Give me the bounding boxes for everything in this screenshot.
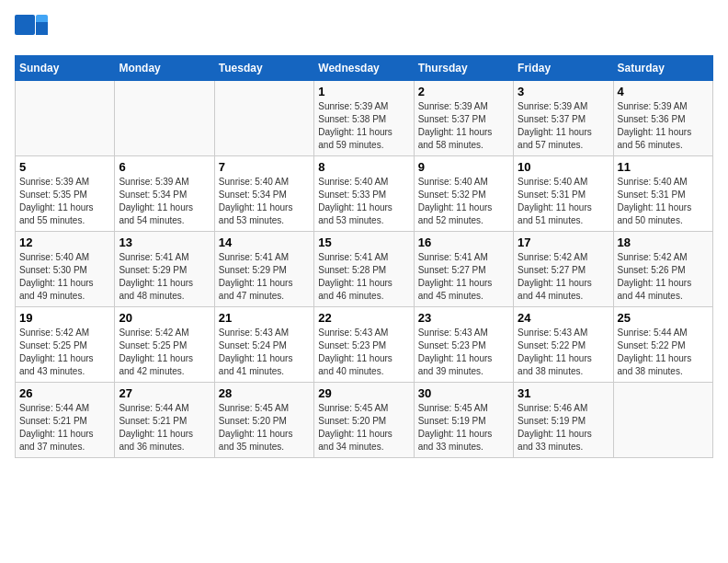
weekday-header-thursday: Thursday [414, 56, 513, 81]
cell-info: Sunrise: 5:39 AM Sunset: 5:35 PM Dayligh… [19, 176, 110, 227]
day-number: 1 [318, 85, 409, 98]
cell-info: Sunrise: 5:43 AM Sunset: 5:24 PM Dayligh… [219, 327, 310, 378]
cell-info: Sunrise: 5:41 AM Sunset: 5:27 PM Dayligh… [418, 251, 509, 303]
calendar-cell: 1Sunrise: 5:39 AM Sunset: 5:38 PM Daylig… [314, 81, 414, 156]
cell-info: Sunrise: 5:43 AM Sunset: 5:22 PM Dayligh… [518, 327, 609, 378]
week-row-2: 5Sunrise: 5:39 AM Sunset: 5:35 PM Daylig… [16, 156, 713, 232]
calendar-cell: 22Sunrise: 5:43 AM Sunset: 5:23 PM Dayli… [314, 307, 414, 383]
cell-info: Sunrise: 5:42 AM Sunset: 5:25 PM Dayligh… [19, 327, 110, 378]
day-number: 6 [119, 160, 210, 174]
day-number: 25 [618, 311, 709, 325]
calendar-cell: 18Sunrise: 5:42 AM Sunset: 5:26 PM Dayli… [613, 232, 712, 307]
day-number: 17 [518, 236, 609, 249]
cell-info: Sunrise: 5:40 AM Sunset: 5:30 PM Dayligh… [19, 251, 110, 303]
calendar-cell [115, 81, 214, 156]
calendar-cell: 12Sunrise: 5:40 AM Sunset: 5:30 PM Dayli… [16, 232, 115, 307]
logo [15, 15, 51, 48]
day-number: 27 [119, 386, 210, 400]
cell-info: Sunrise: 5:39 AM Sunset: 5:38 PM Dayligh… [318, 100, 409, 152]
cell-info: Sunrise: 5:43 AM Sunset: 5:23 PM Dayligh… [318, 327, 409, 378]
calendar-cell: 27Sunrise: 5:44 AM Sunset: 5:21 PM Dayli… [115, 383, 214, 458]
cell-info: Sunrise: 5:41 AM Sunset: 5:29 PM Dayligh… [119, 251, 210, 303]
calendar-cell: 10Sunrise: 5:40 AM Sunset: 5:31 PM Dayli… [514, 156, 613, 232]
page-header [15, 15, 713, 48]
day-number: 9 [418, 160, 509, 174]
cell-info: Sunrise: 5:42 AM Sunset: 5:25 PM Dayligh… [119, 327, 210, 378]
week-row-5: 26Sunrise: 5:44 AM Sunset: 5:21 PM Dayli… [16, 383, 713, 458]
day-number: 11 [618, 160, 709, 174]
svg-marker-2 [36, 22, 48, 35]
day-number: 2 [418, 85, 509, 98]
cell-info: Sunrise: 5:44 AM Sunset: 5:22 PM Dayligh… [618, 327, 709, 378]
day-number: 18 [618, 236, 709, 249]
cell-info: Sunrise: 5:45 AM Sunset: 5:20 PM Dayligh… [219, 402, 310, 454]
cell-info: Sunrise: 5:43 AM Sunset: 5:23 PM Dayligh… [418, 327, 509, 378]
calendar-cell: 31Sunrise: 5:46 AM Sunset: 5:19 PM Dayli… [514, 383, 613, 458]
weekday-header-saturday: Saturday [613, 56, 712, 81]
calendar-cell: 7Sunrise: 5:40 AM Sunset: 5:34 PM Daylig… [214, 156, 313, 232]
day-number: 22 [318, 311, 409, 325]
calendar-cell: 6Sunrise: 5:39 AM Sunset: 5:34 PM Daylig… [115, 156, 214, 232]
day-number: 24 [518, 311, 609, 325]
week-row-4: 19Sunrise: 5:42 AM Sunset: 5:25 PM Dayli… [16, 307, 713, 383]
cell-info: Sunrise: 5:45 AM Sunset: 5:20 PM Dayligh… [318, 402, 409, 454]
cell-info: Sunrise: 5:40 AM Sunset: 5:31 PM Dayligh… [518, 176, 609, 227]
day-number: 19 [19, 311, 110, 325]
cell-info: Sunrise: 5:44 AM Sunset: 5:21 PM Dayligh… [19, 402, 110, 454]
calendar-cell: 8Sunrise: 5:40 AM Sunset: 5:33 PM Daylig… [314, 156, 414, 232]
cell-info: Sunrise: 5:40 AM Sunset: 5:33 PM Dayligh… [318, 176, 409, 227]
calendar-cell: 24Sunrise: 5:43 AM Sunset: 5:22 PM Dayli… [514, 307, 613, 383]
calendar-cell: 4Sunrise: 5:39 AM Sunset: 5:36 PM Daylig… [613, 81, 712, 156]
calendar-cell: 25Sunrise: 5:44 AM Sunset: 5:22 PM Dayli… [613, 307, 712, 383]
logo-icon [15, 15, 48, 48]
calendar-cell: 23Sunrise: 5:43 AM Sunset: 5:23 PM Dayli… [414, 307, 513, 383]
calendar-cell: 13Sunrise: 5:41 AM Sunset: 5:29 PM Dayli… [115, 232, 214, 307]
calendar-cell: 20Sunrise: 5:42 AM Sunset: 5:25 PM Dayli… [115, 307, 214, 383]
weekday-header-tuesday: Tuesday [214, 56, 313, 81]
day-number: 29 [318, 386, 409, 400]
calendar-cell: 29Sunrise: 5:45 AM Sunset: 5:20 PM Dayli… [314, 383, 414, 458]
calendar-cell: 2Sunrise: 5:39 AM Sunset: 5:37 PM Daylig… [414, 81, 513, 156]
day-number: 21 [219, 311, 310, 325]
calendar-cell [214, 81, 313, 156]
calendar-cell: 3Sunrise: 5:39 AM Sunset: 5:37 PM Daylig… [514, 81, 613, 156]
week-row-3: 12Sunrise: 5:40 AM Sunset: 5:30 PM Dayli… [16, 232, 713, 307]
calendar-cell: 26Sunrise: 5:44 AM Sunset: 5:21 PM Dayli… [16, 383, 115, 458]
calendar-cell: 15Sunrise: 5:41 AM Sunset: 5:28 PM Dayli… [314, 232, 414, 307]
day-number: 12 [19, 236, 110, 249]
day-number: 28 [219, 386, 310, 400]
weekday-header-monday: Monday [115, 56, 214, 81]
calendar-cell: 5Sunrise: 5:39 AM Sunset: 5:35 PM Daylig… [16, 156, 115, 232]
day-number: 26 [19, 386, 110, 400]
day-number: 7 [219, 160, 310, 174]
day-number: 4 [618, 85, 709, 98]
cell-info: Sunrise: 5:39 AM Sunset: 5:37 PM Dayligh… [518, 100, 609, 152]
cell-info: Sunrise: 5:40 AM Sunset: 5:32 PM Dayligh… [418, 176, 509, 227]
cell-info: Sunrise: 5:41 AM Sunset: 5:29 PM Dayligh… [219, 251, 310, 303]
day-number: 20 [119, 311, 210, 325]
day-number: 31 [518, 386, 609, 400]
calendar-cell: 28Sunrise: 5:45 AM Sunset: 5:20 PM Dayli… [214, 383, 313, 458]
cell-info: Sunrise: 5:39 AM Sunset: 5:37 PM Dayligh… [418, 100, 509, 152]
day-number: 14 [219, 236, 310, 249]
week-row-1: 1Sunrise: 5:39 AM Sunset: 5:38 PM Daylig… [16, 81, 713, 156]
calendar-table: SundayMondayTuesdayWednesdayThursdayFrid… [15, 55, 713, 458]
cell-info: Sunrise: 5:40 AM Sunset: 5:34 PM Dayligh… [219, 176, 310, 227]
weekday-header-friday: Friday [514, 56, 613, 81]
day-number: 3 [518, 85, 609, 98]
cell-info: Sunrise: 5:46 AM Sunset: 5:19 PM Dayligh… [518, 402, 609, 454]
day-number: 8 [318, 160, 409, 174]
weekday-header-row: SundayMondayTuesdayWednesdayThursdayFrid… [16, 56, 713, 81]
weekday-header-sunday: Sunday [16, 56, 115, 81]
cell-info: Sunrise: 5:42 AM Sunset: 5:26 PM Dayligh… [618, 251, 709, 303]
cell-info: Sunrise: 5:39 AM Sunset: 5:36 PM Dayligh… [618, 100, 709, 152]
calendar-cell [613, 383, 712, 458]
calendar-cell [16, 81, 115, 156]
weekday-header-wednesday: Wednesday [314, 56, 414, 81]
cell-info: Sunrise: 5:45 AM Sunset: 5:19 PM Dayligh… [418, 402, 509, 454]
cell-info: Sunrise: 5:39 AM Sunset: 5:34 PM Dayligh… [119, 176, 210, 227]
calendar-cell: 19Sunrise: 5:42 AM Sunset: 5:25 PM Dayli… [16, 307, 115, 383]
cell-info: Sunrise: 5:42 AM Sunset: 5:27 PM Dayligh… [518, 251, 609, 303]
day-number: 30 [418, 386, 509, 400]
calendar-cell: 14Sunrise: 5:41 AM Sunset: 5:29 PM Dayli… [214, 232, 313, 307]
